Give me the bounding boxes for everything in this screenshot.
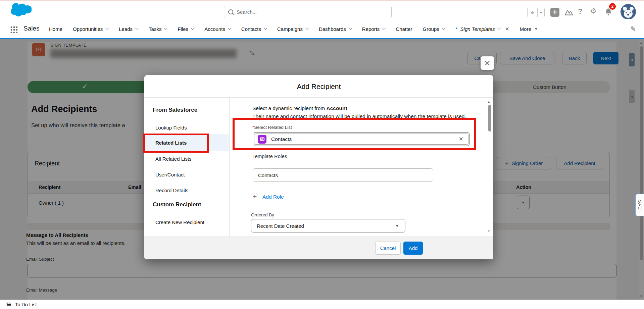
nav-tab-campaigns[interactable]: Campaigns (277, 26, 308, 32)
chevron-down-icon[interactable] (228, 26, 231, 30)
nav-more-menu[interactable]: More▼ (520, 26, 538, 32)
todo-list-icon (6, 302, 12, 307)
browser-side-tab[interactable]: SAD (635, 194, 644, 216)
favorites-control[interactable]: ★ ▾ (527, 8, 545, 17)
sidebar-item-user-contact[interactable]: User/Contact (155, 172, 185, 177)
sidebar-group-custom-recipient: Custom Recipient (153, 201, 201, 208)
sidebar-item-record-details[interactable]: Record Details (155, 188, 188, 193)
utility-bar: To Do List (0, 300, 644, 309)
nav-tab-reports[interactable]: Reports (362, 26, 386, 32)
close-icon: × (484, 57, 490, 69)
template-roles-label: Template Roles (252, 153, 287, 159)
add-recipient-modal: Add Recipient From Salesforce Lookup Fie… (144, 75, 493, 259)
nav-tab-accounts[interactable]: Accounts (204, 26, 231, 32)
sidebar-item-lookup-fields[interactable]: Lookup Fields (155, 125, 187, 131)
triangle-down-icon: ▼ (534, 27, 538, 31)
user-avatar[interactable] (621, 4, 636, 19)
chevron-down-icon[interactable] (497, 26, 501, 30)
chevron-down-icon[interactable] (348, 26, 352, 30)
ordered-by-select[interactable]: Recent Date Created ▼ (251, 219, 405, 233)
chevron-down-icon[interactable] (191, 26, 194, 30)
modal-intro-line1: Select a dynamic recipient from Account (252, 105, 347, 111)
scroll-down-icon[interactable]: ▼ (487, 229, 490, 233)
modal-close-button[interactable]: × (481, 56, 494, 70)
template-role-input[interactable]: Contacts (253, 168, 433, 182)
trailhead-icon[interactable] (564, 7, 574, 17)
modal-add-button[interactable]: Add (403, 242, 423, 255)
chevron-down-icon[interactable] (263, 26, 267, 30)
annotation-box-related-lists (143, 134, 209, 153)
notification-count-badge: 2 (609, 3, 616, 10)
modal-header-divider (144, 97, 493, 98)
scroll-up-icon[interactable]: ▲ (487, 100, 490, 103)
help-icon[interactable]: ? (578, 7, 582, 16)
chevron-down-icon[interactable] (164, 26, 168, 30)
chevron-down-icon[interactable] (105, 26, 109, 30)
salesforce-logo (9, 3, 32, 19)
sidebar-item-create-new-recipient[interactable]: Create New Recipient (155, 219, 204, 225)
unsaved-indicator: * (455, 26, 457, 32)
intro-object-name: Account (327, 105, 347, 111)
ordered-by-label: Ordered By (251, 212, 274, 217)
nav-tab-files[interactable]: Files (178, 26, 194, 32)
star-icon[interactable]: ★ (528, 8, 537, 17)
sidebar-item-all-related-lists[interactable]: All Related Lists (155, 156, 192, 162)
app-launcher-icon[interactable] (10, 26, 17, 33)
modal-footer: Cancel Add (144, 237, 493, 259)
edit-navigation-pencil-icon[interactable]: ✎ (630, 25, 636, 33)
chevron-down-icon[interactable] (382, 26, 386, 30)
nav-tab-groups[interactable]: Groups (423, 26, 445, 32)
app-name: Sales (23, 25, 40, 32)
global-actions-icon[interactable]: + (550, 8, 559, 17)
nav-tab-home[interactable]: Home (49, 26, 62, 32)
sidebar-group-from-salesforce: From Salesforce (153, 107, 197, 113)
chevron-down-icon[interactable] (135, 26, 139, 30)
modal-cancel-button[interactable]: Cancel (375, 242, 401, 255)
annotation-box-select-related-list (233, 118, 476, 150)
nav-tab-dashboards[interactable]: Dashboards (319, 26, 352, 32)
nav-tab-leads[interactable]: Leads (119, 26, 138, 32)
global-search[interactable] (224, 6, 392, 18)
chevron-down-icon[interactable] (305, 26, 309, 30)
todo-list-button[interactable]: To Do List (15, 302, 37, 307)
search-input[interactable] (237, 9, 387, 15)
nav-tab-opportunities[interactable]: Opportunities (73, 26, 108, 32)
setup-gear-icon[interactable]: ⚙ (590, 7, 597, 15)
add-role-link[interactable]: Add Role (262, 194, 284, 200)
nav-tab-sign-templates-active[interactable]: * Sign Templates ✕ (455, 26, 509, 32)
global-header: ★ ▾ + ? ⚙ 2 (0, 1, 644, 19)
plus-icon[interactable]: + (253, 193, 257, 201)
modal-scrollbar-thumb[interactable] (488, 105, 491, 132)
nav-tab-tasks[interactable]: Tasks (149, 26, 167, 32)
nav-tab-contacts[interactable]: Contacts (241, 26, 267, 32)
nav-tabs: Home Opportunities Leads Tasks Files Acc… (49, 23, 538, 35)
close-tab-icon[interactable]: ✕ (505, 26, 509, 32)
salesforce-window: ★ ▾ + ? ⚙ 2 Sales Home (0, 0, 644, 309)
chevron-down-icon[interactable] (442, 26, 445, 30)
favorites-caret-icon[interactable]: ▾ (537, 8, 544, 17)
triangle-down-icon: ▼ (395, 224, 399, 228)
nav-tab-chatter[interactable]: Chatter (396, 26, 412, 32)
search-icon (228, 9, 233, 14)
modal-sidebar-divider (229, 97, 230, 237)
modal-title: Add Recipient (144, 83, 493, 91)
